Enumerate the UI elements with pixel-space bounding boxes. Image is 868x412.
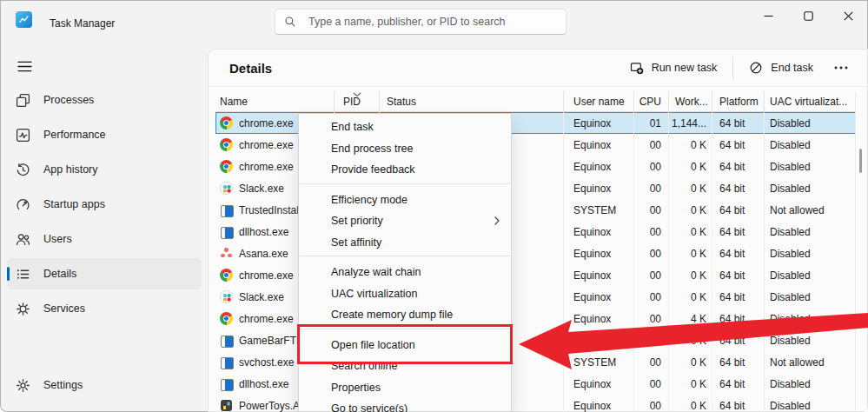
cell-working-set: 0 K bbox=[669, 329, 712, 351]
cell-username: Equinox bbox=[564, 156, 634, 177]
context-menu-item[interactable]: Create memory dump file bbox=[299, 304, 511, 326]
cell-username: Equinox bbox=[564, 286, 634, 308]
search-input[interactable] bbox=[307, 15, 557, 29]
processes-icon bbox=[16, 93, 30, 108]
chrome-icon bbox=[220, 312, 233, 325]
cell-username: Equinox bbox=[564, 134, 634, 156]
column-header-name[interactable]: Name bbox=[215, 91, 335, 111]
toolbar: Run new task End task bbox=[620, 54, 858, 82]
context-menu-item[interactable] bbox=[299, 256, 511, 262]
context-menu-item[interactable]: End process tree bbox=[299, 138, 511, 160]
run-new-task-icon bbox=[630, 61, 644, 75]
sidebar: Processes Performance bbox=[0, 43, 209, 412]
cell-working-set: 0 K bbox=[669, 134, 712, 156]
page-title: Details bbox=[229, 61, 272, 76]
cell-cpu: 00 bbox=[634, 286, 669, 308]
cell-working-set: 0 K bbox=[669, 156, 712, 177]
task-manager-app-icon bbox=[16, 11, 32, 28]
chevron-right-icon bbox=[494, 216, 500, 225]
cell-uac-virtualization: Disabled bbox=[765, 286, 856, 308]
cell-username: SYSTEM bbox=[564, 199, 634, 221]
maximize-button[interactable] bbox=[788, 0, 828, 31]
cell-username: Equinox bbox=[564, 395, 634, 412]
chrome-icon bbox=[220, 160, 233, 173]
cell-working-set: 0 K bbox=[669, 243, 712, 264]
context-menu-item[interactable]: End task bbox=[299, 116, 511, 138]
context-menu-item[interactable]: Go to service(s) bbox=[299, 398, 511, 412]
cell-working-set: 0 K bbox=[669, 395, 712, 412]
cell-platform: 64 bit bbox=[712, 286, 765, 308]
sort-chevron-down-icon bbox=[353, 92, 361, 97]
sidebar-item-app-history[interactable]: App history bbox=[7, 154, 202, 185]
cell-cpu: 00 bbox=[634, 395, 669, 412]
end-task-button[interactable]: End task bbox=[739, 54, 824, 82]
context-menu: End task End process tree Provide feedba… bbox=[298, 113, 512, 412]
more-options-button[interactable] bbox=[824, 54, 858, 82]
sidebar-item-users[interactable]: Users bbox=[7, 223, 202, 255]
cell-platform: 64 bit bbox=[712, 156, 765, 177]
sidebar-item-label: Settings bbox=[43, 379, 83, 391]
process-name: chrome.exe bbox=[239, 139, 294, 151]
sidebar-item-startup-apps[interactable]: Startup apps bbox=[7, 189, 202, 220]
cell-platform: 64 bit bbox=[712, 351, 765, 373]
vertical-scrollbar-thumb[interactable] bbox=[859, 149, 862, 173]
column-header-uac[interactable]: UAC virtualizat... bbox=[765, 91, 856, 111]
more-icon bbox=[834, 66, 848, 70]
cell-username: Equinox bbox=[564, 243, 634, 264]
cell-cpu: 00 bbox=[634, 199, 669, 221]
run-new-task-button[interactable]: Run new task bbox=[620, 54, 728, 82]
sidebar-item-processes[interactable]: Processes bbox=[7, 84, 202, 116]
close-button[interactable] bbox=[828, 0, 868, 31]
cell-uac-virtualization: Not allowed bbox=[765, 199, 856, 221]
cell-uac-virtualization: Disabled bbox=[765, 177, 856, 199]
details-icon bbox=[16, 267, 30, 282]
cell-uac-virtualization: Disabled bbox=[765, 134, 856, 156]
cell-working-set: 0 K bbox=[669, 177, 712, 199]
context-menu-item[interactable]: Analyze wait chain bbox=[299, 262, 511, 283]
column-header-work[interactable]: Work... bbox=[669, 91, 712, 111]
column-header-pid[interactable]: PID bbox=[335, 91, 380, 111]
column-header-status[interactable]: Status bbox=[380, 91, 564, 111]
process-name: GameBarFTS bbox=[239, 335, 303, 347]
chrome-icon bbox=[220, 138, 233, 151]
powertoys-icon bbox=[220, 399, 233, 412]
context-menu-item[interactable]: Set affinity bbox=[299, 232, 511, 254]
context-menu-item[interactable]: Provide feedback bbox=[299, 159, 511, 181]
end-task-icon bbox=[749, 61, 763, 75]
context-menu-item[interactable]: Efficiency mode bbox=[299, 189, 511, 211]
cell-cpu: 00 bbox=[634, 243, 669, 264]
process-name: chrome.exe bbox=[239, 117, 294, 130]
process-name: chrome.exe bbox=[239, 161, 294, 173]
sidebar-item-label: Startup apps bbox=[43, 198, 105, 210]
context-menu-item[interactable] bbox=[299, 329, 511, 335]
sidebar-item-label: Processes bbox=[43, 94, 94, 106]
cell-username: Equinox bbox=[564, 177, 634, 199]
cell-uac-virtualization: Disabled bbox=[765, 395, 856, 412]
cell-uac-virtualization: Disabled bbox=[765, 308, 856, 329]
sidebar-item-settings[interactable]: Settings bbox=[7, 369, 202, 401]
column-header-username[interactable]: User name bbox=[564, 91, 634, 111]
sidebar-item-label: Performance bbox=[43, 129, 106, 141]
search-box[interactable] bbox=[275, 9, 567, 35]
context-menu-item[interactable]: Set priority bbox=[299, 210, 511, 232]
context-menu-item[interactable] bbox=[299, 183, 511, 189]
sidebar-item-services[interactable]: Services bbox=[7, 293, 202, 324]
context-menu-item[interactable]: Open file location bbox=[299, 335, 511, 356]
toolbar-divider bbox=[732, 56, 733, 79]
context-menu-item[interactable]: Properties bbox=[299, 377, 511, 399]
cell-platform: 64 bit bbox=[712, 199, 765, 221]
process-name: svchost.exe bbox=[239, 356, 294, 369]
column-header-platform[interactable]: Platform bbox=[712, 91, 765, 111]
details-header: Details Run new task bbox=[209, 50, 867, 87]
context-menu-item[interactable]: UAC virtualization bbox=[299, 283, 511, 305]
sidebar-item-performance[interactable]: Performance bbox=[7, 119, 202, 150]
column-header-cpu[interactable]: CPU bbox=[634, 91, 669, 111]
asana-icon bbox=[220, 247, 233, 260]
cell-username: Equinox bbox=[564, 264, 634, 286]
process-name: chrome.exe bbox=[239, 269, 294, 282]
cell-username: Equinox bbox=[564, 221, 634, 243]
context-menu-item[interactable]: Search online bbox=[299, 356, 511, 377]
sidebar-item-details[interactable]: Details bbox=[7, 258, 202, 289]
minimize-button[interactable] bbox=[748, 0, 788, 31]
navigation-menu-icon[interactable] bbox=[12, 54, 36, 78]
